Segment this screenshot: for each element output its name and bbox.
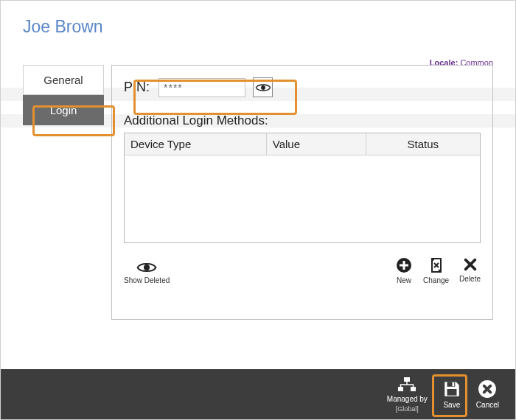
save-icon: [442, 379, 461, 399]
change-icon: [428, 256, 445, 274]
page-title: Joe Brown: [23, 17, 493, 37]
show-deleted-label: Show Deleted: [124, 276, 170, 284]
pin-row: PIN:: [124, 77, 481, 97]
tab-login[interactable]: Login: [23, 95, 104, 125]
svg-rect-7: [452, 382, 454, 386]
eye-icon: [255, 83, 271, 93]
plus-circle-icon: [395, 256, 413, 274]
column-device-type[interactable]: Device Type: [125, 133, 267, 155]
svg-rect-5: [411, 387, 416, 391]
change-label: Change: [423, 276, 449, 284]
svg-point-1: [144, 265, 150, 270]
reveal-pin-button[interactable]: [253, 77, 273, 97]
save-button[interactable]: Save: [441, 377, 463, 412]
column-status[interactable]: Status: [366, 133, 480, 155]
delete-button[interactable]: Delete: [459, 256, 481, 284]
panel-footer-right: New Change: [395, 256, 481, 284]
tab-list: General Login: [23, 65, 104, 320]
body-layout: General Login PIN: Additional Login Meth…: [23, 65, 493, 320]
svg-rect-4: [398, 387, 403, 391]
save-label: Save: [443, 401, 460, 409]
show-deleted-button[interactable]: Show Deleted: [124, 261, 170, 284]
close-icon: [462, 256, 478, 273]
hierarchy-icon: [397, 377, 416, 393]
eye-icon: [136, 261, 157, 274]
change-button[interactable]: Change: [423, 256, 449, 284]
panel-footer: Show Deleted New: [124, 256, 481, 284]
cancel-button[interactable]: Cancel: [475, 377, 501, 412]
managed-by-button[interactable]: Managed by [Global]: [386, 374, 429, 416]
additional-login-label: Additional Login Methods:: [124, 113, 481, 128]
managed-by-label: Managed by: [387, 395, 428, 403]
managed-by-sublabel: [Global]: [396, 405, 419, 413]
login-panel: PIN: Additional Login Methods: Device Ty…: [111, 65, 493, 320]
svg-rect-8: [447, 389, 456, 396]
column-value[interactable]: Value: [267, 133, 366, 155]
svg-rect-3: [404, 377, 410, 382]
tab-general[interactable]: General: [23, 65, 104, 95]
dialog-window: Joe Brown Locale: Common General Login P…: [0, 0, 516, 420]
new-label: New: [397, 276, 411, 284]
table-body: [125, 155, 480, 242]
login-methods-table: Device Type Value Status: [124, 133, 481, 243]
table-header: Device Type Value Status: [125, 133, 480, 155]
pin-label: PIN:: [124, 80, 150, 95]
new-button[interactable]: New: [395, 256, 413, 284]
delete-label: Delete: [459, 275, 481, 283]
pin-input[interactable]: [158, 78, 245, 97]
main-content: Joe Brown Locale: Common General Login P…: [1, 1, 515, 369]
svg-point-0: [261, 85, 265, 90]
bottom-bar: Managed by [Global] Save Cancel: [1, 369, 515, 419]
cancel-icon: [478, 379, 497, 399]
cancel-label: Cancel: [476, 401, 499, 409]
